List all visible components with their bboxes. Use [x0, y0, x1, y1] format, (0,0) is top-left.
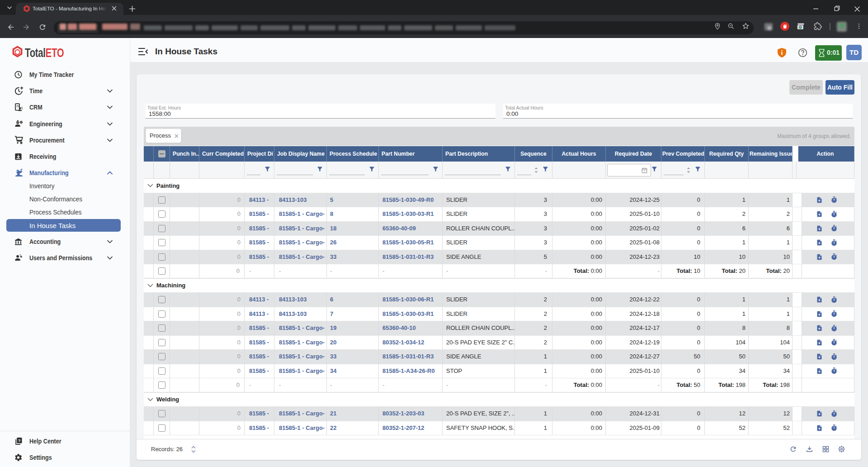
- svg-text:?: ?: [18, 438, 21, 443]
- svg-text:7: 7: [644, 170, 645, 172]
